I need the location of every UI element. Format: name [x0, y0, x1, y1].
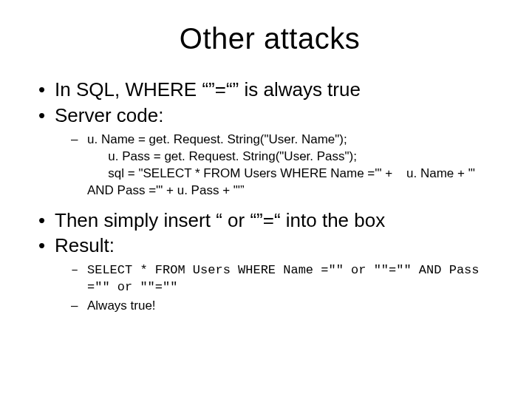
- bullet-insert-trick: Then simply insert “ or “”=“ into the bo…: [37, 208, 502, 233]
- bullet-list: In SQL, WHERE “”=“” is always true Serve…: [37, 78, 502, 315]
- bullet-server-code-label: Server code:: [55, 104, 163, 126]
- server-code-sublist: u. Name = get. Request. String("User. Na…: [55, 132, 502, 200]
- bullet-result-label: Result:: [55, 234, 115, 256]
- bullet-result: Result: SELECT * FROM Users WHERE Name =…: [37, 233, 502, 314]
- server-code-text: u. Name = get. Request. String("User. Na…: [87, 132, 502, 200]
- server-code-block: u. Name = get. Request. String("User. Na…: [55, 132, 502, 200]
- result-sql: SELECT * FROM Users WHERE Name ="" or ""…: [55, 262, 502, 296]
- result-always-true: Always true!: [55, 298, 502, 315]
- result-sublist: SELECT * FROM Users WHERE Name ="" or ""…: [55, 262, 502, 315]
- bullet-server-code: Server code: u. Name = get. Request. Str…: [37, 103, 502, 200]
- bullet-sql-where-true: In SQL, WHERE “”=“” is always true: [37, 78, 502, 102]
- slide-title: Other attacks: [37, 22, 502, 55]
- slide: Other attacks In SQL, WHERE “”=“” is alw…: [0, 0, 532, 399]
